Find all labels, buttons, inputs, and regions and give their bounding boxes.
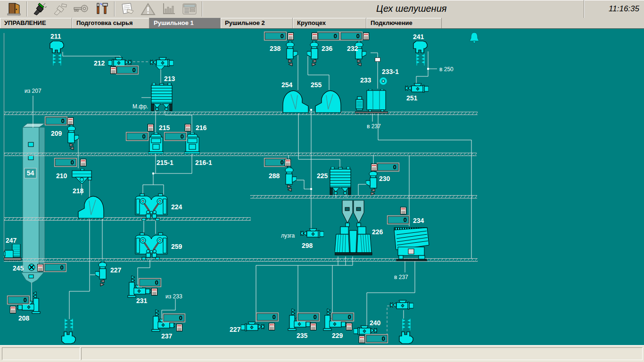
journal-icon[interactable] [117,1,138,16]
display-237-keypad-icon[interactable] [177,324,182,331]
display-209-keypad-icon[interactable] [68,118,74,125]
display-232-keypad-icon[interactable] [363,33,369,40]
silo-213[interactable] [151,83,172,111]
display-212[interactable]: 0 [116,66,139,74]
funnel-212b[interactable] [156,66,165,69]
screw-conveyor-250[interactable] [390,300,413,309]
equipment-label-235: 235 [297,332,308,339]
screw-conveyor-251[interactable] [405,83,429,92]
key-icon[interactable] [71,1,91,16]
elevator-230[interactable] [366,170,377,195]
elevator-236[interactable] [307,41,318,66]
equipment-label-233: 233 [360,76,372,84]
display-209[interactable]: 0 [45,116,67,125]
silo-225[interactable] [330,167,351,195]
display-230[interactable]: 0 [377,163,399,172]
display-245[interactable]: 0 [44,263,66,272]
equipment-label-232: 232 [347,45,358,52]
sheller-259[interactable] [135,233,167,260]
equipment-label-229: 229 [332,332,343,339]
display-229[interactable]: 0 [331,313,354,321]
screw-conveyor-212[interactable] [108,58,132,66]
display-235-keypad-icon[interactable] [311,323,316,330]
elevator-238[interactable] [286,41,297,66]
display-215[interactable]: 0 [126,132,149,141]
sieve-234[interactable] [394,228,429,261]
service-tools-icon[interactable] [91,1,112,16]
display-210[interactable]: 0 [54,158,77,167]
trends-chart-icon[interactable] [158,1,179,16]
display-208-keypad-icon[interactable] [10,306,16,313]
display-238-keypad-icon[interactable] [288,33,294,40]
display-236[interactable]: 0 [317,32,340,41]
huller-215[interactable] [148,132,164,154]
boot-254[interactable] [283,90,308,113]
screws-241[interactable] [417,54,424,66]
alarm-bell[interactable] [470,33,479,44]
cyclone-bottom-left[interactable] [62,332,75,344]
separator-226[interactable] [335,200,372,255]
boot-218[interactable] [78,196,104,218]
scale-210[interactable] [72,169,91,184]
alarm-warning-icon[interactable] [138,1,158,16]
screw-conveyor-240[interactable] [354,326,377,335]
tab-крупоцех[interactable]: Крупоцех [293,18,366,28]
cyclone-bottom-right[interactable] [399,332,413,344]
equipment-label-226: 226 [372,228,383,236]
display-212-keypad-icon[interactable] [111,67,116,74]
display-231[interactable]: 0 [139,278,161,287]
display-229-keypad-icon[interactable] [347,323,352,330]
tab-подключение[interactable]: Подключение [366,18,442,28]
tank-233[interactable] [355,89,388,113]
display-232[interactable]: 0 [340,32,363,41]
screws-bottom-right[interactable] [403,319,410,330]
display-238[interactable]: 0 [264,32,287,41]
disconnect-plug-icon[interactable] [50,1,71,16]
exit-door-icon[interactable] [4,1,25,16]
toolbar [0,0,644,18]
blower-247[interactable] [4,244,21,260]
elevator-288[interactable] [285,166,297,191]
display-245-keypad-icon[interactable] [38,264,43,272]
display-288[interactable]: 0 [264,158,287,167]
tab-подготовка-сырья[interactable]: Подготовка сырья [72,18,149,28]
cyclone-211[interactable] [50,41,64,53]
fan-233-1[interactable] [379,77,388,85]
screw-conveyor-212b[interactable] [150,58,173,66]
screws-bottom-left[interactable] [65,319,73,330]
display-231-keypad-icon[interactable] [152,288,157,296]
screws-211[interactable] [53,54,61,66]
display-210-keypad-icon[interactable] [81,159,86,166]
display-234[interactable]: 0 [387,215,410,224]
sheller-224[interactable] [135,194,167,221]
display-216-keypad-icon[interactable] [185,124,191,132]
equipment-label-241: 241 [413,33,424,41]
boot-255[interactable] [315,90,341,113]
elevator-227[interactable] [95,261,107,286]
tab-управление[interactable]: УПРАВЛЕНИЕ [0,18,72,28]
display-235[interactable]: 0 [297,313,320,321]
screw-conveyor-227b[interactable] [241,322,264,331]
display-230-keypad-icon[interactable] [372,164,377,171]
valve-245[interactable] [28,264,35,271]
display-236-keypad-icon[interactable] [312,33,318,40]
display-215-keypad-icon[interactable] [148,124,154,132]
screw-conveyor-298[interactable] [300,229,324,238]
display-237[interactable]: 0 [163,313,185,322]
display-227b[interactable]: 0 [256,313,279,321]
display-288-keypad-icon[interactable] [285,159,291,166]
display-240-keypad-icon[interactable] [359,336,365,343]
display-216[interactable]: 0 [164,132,187,141]
values-table-icon[interactable] [179,1,200,16]
sensor-233[interactable] [375,58,380,62]
equipment-label-в-250: в 250 [439,66,454,73]
display-234-keypad-icon[interactable] [401,207,406,214]
connect-plug-icon[interactable] [29,1,50,16]
tab-рушильное-1[interactable]: Рушильное 1 [149,18,221,28]
cyclone-241[interactable] [413,41,427,53]
tab-рушильное-2[interactable]: Рушильное 2 [221,18,293,28]
elevator-209[interactable] [67,125,79,150]
display-227b-keypad-icon[interactable] [269,323,275,330]
display-208[interactable]: 0 [7,296,30,304]
display-240[interactable]: 0 [365,334,388,343]
